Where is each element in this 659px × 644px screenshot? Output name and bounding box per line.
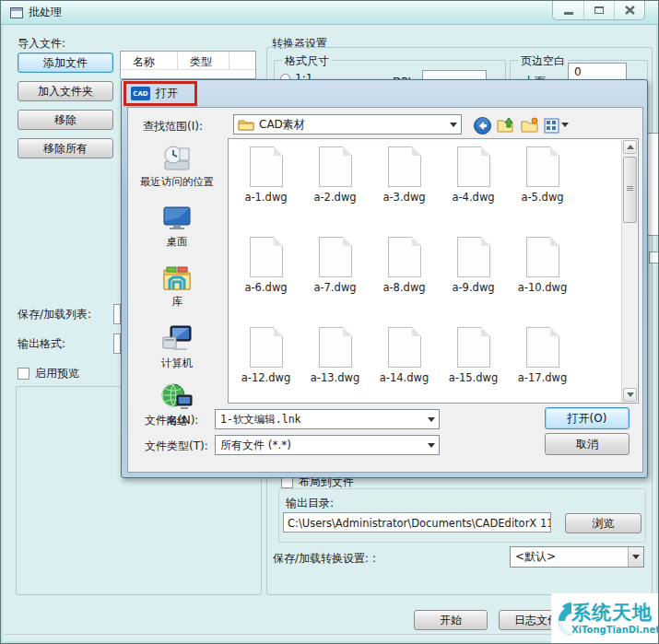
remove-button[interactable]: 移除 xyxy=(18,110,113,130)
file-list[interactable]: a-1.dwga-2.dwga-3.dwga-4.dwga-5.dwga-6.d… xyxy=(228,138,639,404)
output-format-combo-partial[interactable] xyxy=(113,334,121,354)
column-header-name[interactable]: 名称 xyxy=(121,52,178,69)
chevron-down-icon xyxy=(450,123,457,127)
page-margin-label: 页边空白 xyxy=(518,53,568,69)
import-file-table[interactable]: 名称 类型 xyxy=(120,51,256,79)
folder-icon xyxy=(238,118,254,131)
scrollbar[interactable] xyxy=(621,140,637,402)
sidebar-item-computer[interactable]: 计算机 xyxy=(128,324,226,370)
views-menu-button[interactable] xyxy=(542,116,560,135)
watermark-url: XiTongTianDi.net xyxy=(571,626,659,635)
sidebar-item-label: 最近访问的位置 xyxy=(140,175,215,188)
file-item[interactable]: a-12.dwg xyxy=(231,327,300,404)
dwg-file-icon xyxy=(526,237,559,277)
file-type-combo[interactable]: 所有文件 (*.*) xyxy=(215,435,440,455)
scrollbar-thumb[interactable] xyxy=(623,157,637,223)
file-name-text: a-4.dwg xyxy=(439,191,508,204)
watermark-logo: 系统天地 XiTongTianDi.net xyxy=(551,593,659,644)
minimize-button[interactable] xyxy=(553,1,583,19)
file-item[interactable]: a-2.dwg xyxy=(300,146,370,235)
scroll-up-button[interactable] xyxy=(623,140,637,154)
file-item[interactable]: a-3.dwg xyxy=(370,146,439,235)
file-item[interactable]: a-8.dwg xyxy=(370,237,439,325)
dropdown-button[interactable] xyxy=(423,410,439,428)
add-folder-button[interactable]: 加入文件夹 xyxy=(18,81,113,101)
app-icon xyxy=(10,7,23,18)
file-name-text: a-6.dwg xyxy=(231,281,300,294)
dwg-file-icon xyxy=(388,237,421,277)
file-name-text: a-3.dwg xyxy=(370,191,439,204)
column-header-type[interactable]: 类型 xyxy=(178,52,229,69)
triangle-down-icon xyxy=(627,392,634,397)
chevron-down-icon xyxy=(428,443,435,448)
file-item[interactable]: a-17.dwg xyxy=(508,327,577,404)
save-load-list-label: 保存/加载列表: xyxy=(18,307,91,322)
dropdown-button[interactable] xyxy=(628,547,643,567)
browse-button[interactable]: 浏览 xyxy=(565,513,641,533)
dropdown-button[interactable] xyxy=(445,115,461,134)
dropdown-button[interactable] xyxy=(423,436,439,454)
file-item[interactable]: a-7.dwg xyxy=(300,237,370,325)
close-icon xyxy=(625,6,635,15)
cancel-button[interactable]: 取消 xyxy=(545,433,630,455)
desktop-icon xyxy=(128,205,226,232)
file-item[interactable]: a-4.dwg xyxy=(439,146,508,235)
file-item[interactable]: a-6.dwg xyxy=(231,237,300,325)
dwg-file-icon xyxy=(250,237,283,277)
margin-top-input[interactable]: 0 xyxy=(568,63,627,80)
preset-value: <默认> xyxy=(511,549,628,565)
open-button[interactable]: 打开(O) xyxy=(545,407,630,429)
file-item[interactable]: a-1.dwg xyxy=(231,146,300,235)
dwg-file-icon xyxy=(319,146,352,187)
save-load-list-combo-partial[interactable] xyxy=(113,304,121,324)
look-in-value: CAD素材 xyxy=(254,117,445,133)
sidebar-item-libraries[interactable]: 库 xyxy=(128,264,226,309)
add-files-button[interactable]: 添加文件 xyxy=(18,53,113,73)
output-dir-input[interactable]: C:\Users\Administrator\Documents\CADEdit… xyxy=(283,512,551,533)
file-name-text: a-15.dwg xyxy=(439,371,508,384)
enable-preview-checkbox[interactable]: 启用预览 xyxy=(18,366,79,381)
file-name-text: a-8.dwg xyxy=(370,281,439,294)
dwg-file-icon xyxy=(250,327,283,368)
look-in-combo[interactable]: CAD素材 xyxy=(233,114,462,135)
dwg-file-icon xyxy=(388,146,421,187)
file-item[interactable]: a-14.dwg xyxy=(370,327,439,404)
file-name-value: 1-软文编辑.lnk xyxy=(216,413,423,427)
sidebar-item-recent-places[interactable]: 最近访问的位置 xyxy=(128,143,226,189)
start-button[interactable]: 开始 xyxy=(414,610,488,630)
file-item[interactable]: a-10.dwg xyxy=(508,237,577,325)
maximize-button[interactable] xyxy=(583,1,614,19)
up-one-level-button[interactable] xyxy=(497,116,515,135)
new-folder-button[interactable] xyxy=(521,116,539,135)
save-load-settings-label: 保存/加载转换设置: : xyxy=(273,551,376,567)
scroll-down-button[interactable] xyxy=(623,388,637,402)
close-button[interactable] xyxy=(614,1,644,19)
back-button[interactable] xyxy=(473,116,491,135)
file-item[interactable]: a-9.dwg xyxy=(439,237,508,325)
preset-combo[interactable]: <默认> xyxy=(510,546,644,568)
sidebar-item-label: 桌面 xyxy=(167,235,188,248)
dwg-file-icon xyxy=(319,327,352,368)
globe-logo-icon xyxy=(553,598,571,640)
chevron-down-icon xyxy=(632,555,640,559)
file-name-label: 文件名(N): xyxy=(145,413,198,428)
sidebar-item-label: 库 xyxy=(171,295,182,308)
file-item[interactable]: a-5.dwg xyxy=(508,146,577,235)
back-icon xyxy=(474,117,491,135)
file-name-text: a-14.dwg xyxy=(370,371,439,384)
look-in-label: 查找范围(I): xyxy=(143,119,203,135)
computer-icon xyxy=(128,324,226,354)
file-name-text: a-17.dwg xyxy=(508,371,577,384)
sidebar-item-desktop[interactable]: 桌面 xyxy=(128,205,226,249)
file-name-text: a-1.dwg xyxy=(231,191,300,204)
file-name-combo[interactable]: 1-软文编辑.lnk xyxy=(215,409,440,429)
enable-preview-label: 启用预览 xyxy=(35,366,79,381)
file-item[interactable]: a-13.dwg xyxy=(300,327,370,404)
file-item[interactable]: a-15.dwg xyxy=(439,327,508,404)
views-chevron-down-icon[interactable] xyxy=(561,123,569,127)
remove-all-button[interactable]: 移除所有 xyxy=(18,138,113,158)
dwg-file-icon xyxy=(388,327,421,368)
margin-checkbox-partial[interactable] xyxy=(649,252,659,263)
up-folder-icon xyxy=(497,117,515,134)
open-dialog-titlebar[interactable]: CAD 打开 xyxy=(122,80,647,107)
